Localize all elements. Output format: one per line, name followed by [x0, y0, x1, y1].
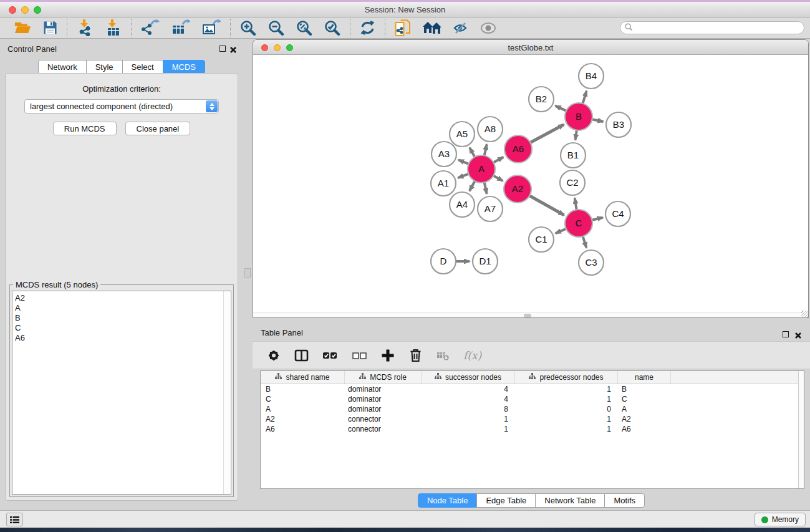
table-cell[interactable]: A [618, 405, 671, 414]
result-list-item[interactable]: A6 [12, 333, 231, 343]
save-session-icon[interactable] [43, 21, 57, 35]
close-panel-icon[interactable] [229, 45, 237, 52]
table-cell[interactable]: 1 [422, 425, 515, 433]
refresh-layout-icon[interactable] [360, 20, 375, 36]
column-header-name[interactable]: name [618, 371, 671, 384]
import-network-icon[interactable] [77, 19, 94, 36]
delete-row-icon[interactable] [408, 348, 423, 362]
table-cell[interactable]: dominator [345, 385, 422, 394]
zoom-fit-icon[interactable] [296, 20, 312, 36]
delete-table-icon [436, 350, 450, 361]
control-panel: Control Panel NetworkStyleSelectMCDS Opt… [0, 39, 243, 510]
function-builder-icon: f(x) [463, 349, 481, 362]
export-table-icon[interactable] [171, 19, 190, 36]
node-table[interactable]: shared nameMCDS rolesuccessor nodesprede… [260, 370, 804, 489]
settings-gear-icon[interactable] [267, 349, 281, 362]
tab-style[interactable]: Style [86, 60, 123, 74]
table-cell[interactable]: 4 [422, 395, 515, 404]
split-divider-handle[interactable] [244, 268, 251, 278]
table-scrollbar[interactable] [798, 371, 804, 488]
mcds-result-title: MCDS result (5 nodes) [13, 280, 100, 289]
table-cell[interactable]: A2 [618, 415, 671, 423]
table-row[interactable]: Cdominator41C [261, 394, 804, 404]
table-row[interactable]: A2connector11A2 [261, 414, 804, 424]
export-image-icon[interactable] [202, 19, 221, 36]
table-cell[interactable]: 1 [515, 385, 618, 394]
node-label-B1: B1 [567, 150, 579, 160]
tab-select[interactable]: Select [122, 60, 163, 74]
tab-motifs[interactable]: Motifs [604, 493, 645, 508]
select-all-icon[interactable] [322, 349, 338, 362]
table-cell[interactable]: B [618, 385, 671, 394]
run-mcds-button[interactable]: Run MCDS [53, 122, 117, 135]
table-cell[interactable]: connector [345, 425, 422, 433]
tab-mcds[interactable]: MCDS [163, 60, 205, 74]
window-resize-grip[interactable] [801, 311, 808, 317]
table-cell[interactable]: C [618, 395, 671, 404]
zoom-in-icon[interactable] [240, 20, 256, 36]
float-panel-icon[interactable] [219, 46, 226, 52]
table-cell[interactable]: 1 [515, 425, 618, 433]
table-cell[interactable]: A2 [261, 415, 345, 423]
network-graph[interactable]: AA1A2A3A4A5A6A7A8BB1B2B3B4CC1C2C3C4DD1 [253, 56, 808, 317]
table-row[interactable]: Adominator80A [261, 404, 804, 414]
home-icon[interactable] [423, 21, 441, 35]
table-row[interactable]: Bdominator41B [261, 384, 804, 394]
result-list-scrollbar[interactable] [223, 291, 231, 494]
new-session-from-selection-icon[interactable] [395, 19, 411, 37]
search-input[interactable] [635, 22, 804, 33]
table-cell[interactable]: B [261, 385, 345, 394]
table-cell[interactable]: 1 [515, 415, 618, 423]
close-panel-icon[interactable] [794, 331, 802, 338]
table-cell[interactable]: A [261, 405, 345, 414]
criterion-dropdown[interactable]: largest connected component (directed) [24, 99, 219, 114]
result-list-item[interactable]: A [12, 303, 231, 313]
table-cell[interactable]: 0 [515, 405, 618, 414]
column-header-successor-nodes[interactable]: successor nodes [422, 371, 515, 384]
export-network-icon[interactable] [141, 19, 160, 36]
search-field[interactable] [620, 21, 804, 34]
column-header-shared-name[interactable]: shared name [261, 371, 345, 384]
table-cell[interactable]: A6 [261, 425, 345, 433]
open-file-icon[interactable] [14, 21, 31, 35]
tab-network[interactable]: Network [38, 60, 87, 74]
status-bar: Memory [0, 510, 810, 528]
column-header-mcds-role[interactable]: MCDS role [345, 371, 422, 384]
hide-graphics-details-icon[interactable] [453, 21, 468, 35]
table-row[interactable]: A6connector11A6 [261, 424, 804, 434]
task-history-button[interactable] [6, 513, 23, 526]
result-list-item[interactable]: B [12, 313, 231, 323]
memory-button[interactable]: Memory [755, 513, 806, 526]
table-cell[interactable]: dominator [345, 395, 422, 404]
table-cell[interactable]: dominator [345, 405, 422, 414]
tab-node-table[interactable]: Node Table [418, 493, 478, 508]
network-canvas[interactable]: AA1A2A3A4A5A6A7A8BB1B2B3B4CC1C2C3C4DD1 [253, 56, 808, 317]
network-window-titlebar[interactable]: testGlobe.txt [253, 40, 808, 55]
node-label-C2: C2 [566, 177, 578, 188]
column-header-predecessor-nodes[interactable]: predecessor nodes [515, 371, 618, 384]
result-list-item[interactable]: C [12, 323, 231, 333]
close-panel-button[interactable]: Close panel [125, 122, 191, 135]
table-cell[interactable]: connector [345, 415, 422, 423]
result-list-item[interactable]: A2 [12, 293, 231, 303]
mcds-result-list[interactable]: A2ABCA6 [12, 291, 231, 495]
tab-network-table[interactable]: Network Table [535, 493, 605, 508]
tab-edge-table[interactable]: Edge Table [476, 493, 536, 508]
table-cell[interactable]: 1 [422, 415, 515, 423]
unselect-all-icon[interactable] [352, 349, 367, 362]
node-label-A2: A2 [512, 183, 523, 194]
table-cell[interactable]: A6 [618, 425, 671, 433]
float-panel-icon[interactable] [783, 331, 789, 337]
table-cell[interactable]: 1 [515, 395, 618, 404]
column-view-icon[interactable] [294, 349, 309, 362]
add-row-icon[interactable] [381, 349, 395, 362]
import-table-icon[interactable] [105, 19, 122, 36]
zoom-selected-icon[interactable] [324, 20, 340, 36]
zoom-out-icon[interactable] [268, 20, 284, 36]
desktop-edge-bottom [0, 528, 810, 532]
memory-status-icon [761, 516, 768, 523]
network-hscrollbar[interactable] [253, 312, 801, 317]
table-cell[interactable]: C [261, 395, 345, 404]
table-cell[interactable]: 8 [422, 405, 515, 414]
table-cell[interactable]: 4 [422, 385, 515, 394]
